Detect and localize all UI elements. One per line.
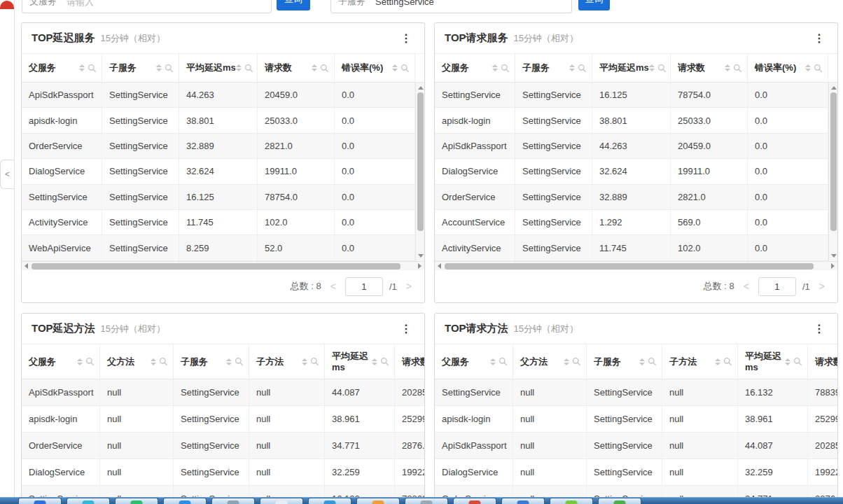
prev-page-button[interactable]: < xyxy=(744,281,749,292)
page-number-input[interactable] xyxy=(758,277,796,296)
search-icon[interactable] xyxy=(723,357,732,366)
sort-carets-icon[interactable] xyxy=(564,358,569,365)
search-icon[interactable] xyxy=(814,64,823,73)
column-header[interactable]: 父服务 xyxy=(22,54,102,82)
sort-carets-icon[interactable] xyxy=(156,64,162,71)
sort-carets-icon[interactable] xyxy=(490,358,496,365)
sort-carets-icon[interactable] xyxy=(785,358,790,365)
taskbar-corner-icon[interactable] xyxy=(0,1,14,9)
scroll-right-arrow-icon[interactable] xyxy=(831,263,835,269)
column-header[interactable]: 父服务 xyxy=(435,54,515,82)
taskbar-button[interactable] xyxy=(356,498,400,504)
search-icon[interactable] xyxy=(501,64,510,73)
taskbar-button[interactable] xyxy=(260,498,303,504)
taskbar-button[interactable] xyxy=(115,498,158,504)
sort-carets-icon[interactable] xyxy=(805,64,811,71)
table-row[interactable]: SettingServiceSettingService16.12578754.… xyxy=(22,185,424,210)
column-header[interactable]: 请求数 xyxy=(395,344,424,379)
search-icon[interactable] xyxy=(657,64,667,73)
kebab-menu-icon[interactable]: ⋮ xyxy=(398,322,414,336)
search-icon[interactable] xyxy=(380,357,389,366)
sort-carets-icon[interactable] xyxy=(77,358,83,365)
sort-carets-icon[interactable] xyxy=(649,64,655,71)
search-icon[interactable] xyxy=(733,64,742,73)
windows-taskbar[interactable] xyxy=(0,497,843,504)
sort-carets-icon[interactable] xyxy=(151,358,156,365)
table-row[interactable]: AccountServiceSettingService1.292569.00.… xyxy=(435,210,837,235)
scroll-up-arrow-icon[interactable] xyxy=(831,86,837,90)
search-icon[interactable] xyxy=(400,64,410,73)
table-row[interactable]: DialogServicenullSettingServicenull32.25… xyxy=(22,459,424,486)
column-header[interactable]: 平均延迟ms xyxy=(592,54,671,82)
table-row[interactable]: ApiSdkPassportSettingService44.26320459.… xyxy=(435,134,837,159)
scroll-down-arrow-icon[interactable] xyxy=(418,254,424,258)
sort-carets-icon[interactable] xyxy=(312,64,317,71)
query-button-child[interactable]: 查询 xyxy=(578,0,610,10)
table-row[interactable]: OrderServiceSettingService32.8892821.00.… xyxy=(435,185,837,210)
scroll-down-arrow-icon[interactable] xyxy=(831,254,837,258)
sort-carets-icon[interactable] xyxy=(302,358,307,365)
search-icon[interactable] xyxy=(165,64,174,73)
sidebar-collapse-button[interactable]: < xyxy=(0,160,15,189)
search-icon[interactable] xyxy=(235,357,244,366)
table-row[interactable]: ActivityServiceSettingService11.745102.0… xyxy=(435,235,837,260)
column-header[interactable]: 错误率(%) xyxy=(335,54,415,82)
column-header[interactable]: 子服务 xyxy=(102,54,179,82)
kebab-menu-icon[interactable]: ⋮ xyxy=(811,322,828,336)
sort-carets-icon[interactable] xyxy=(715,358,720,365)
sort-carets-icon[interactable] xyxy=(492,64,498,71)
column-header[interactable]: 错误率(%) xyxy=(748,54,828,82)
search-icon[interactable] xyxy=(159,357,168,366)
taskbar-button[interactable] xyxy=(163,498,207,504)
scroll-right-arrow-icon[interactable] xyxy=(418,263,422,269)
column-header[interactable]: 子服务 xyxy=(174,344,249,379)
sort-carets-icon[interactable] xyxy=(236,64,242,71)
sort-carets-icon[interactable] xyxy=(79,64,85,71)
column-header[interactable]: 子方法 xyxy=(662,344,738,379)
column-header[interactable]: 平均延迟ms xyxy=(179,54,258,82)
table-row[interactable]: SettingServicenullSettingServicenull16.1… xyxy=(435,379,837,406)
vertical-scrollbar-thumb[interactable] xyxy=(830,92,837,231)
scroll-left-arrow-icon[interactable] xyxy=(438,263,441,269)
search-icon[interactable] xyxy=(648,357,657,366)
column-header[interactable]: 父服务 xyxy=(22,344,100,379)
column-header[interactable]: 平均延迟ms xyxy=(325,344,395,379)
column-header[interactable]: 请求数 xyxy=(808,344,837,379)
vertical-scrollbar[interactable] xyxy=(415,83,424,261)
scroll-up-arrow-icon[interactable] xyxy=(418,86,424,90)
taskbar-button[interactable] xyxy=(211,498,255,504)
table-row[interactable]: OrderServiceSettingService32.8892821.00.… xyxy=(22,134,424,159)
column-header[interactable]: 父服务 xyxy=(435,344,513,379)
taskbar-button[interactable] xyxy=(598,498,641,504)
search-icon[interactable] xyxy=(578,64,587,73)
taskbar-button[interactable] xyxy=(308,498,351,504)
scroll-left-arrow-icon[interactable] xyxy=(25,263,28,269)
taskbar-button[interactable] xyxy=(405,498,448,504)
table-row[interactable]: OrderServicenullSettingServicenull34.771… xyxy=(22,433,424,459)
taskbar-button[interactable] xyxy=(67,498,110,504)
sort-carets-icon[interactable] xyxy=(725,64,730,71)
table-row[interactable]: apisdk-loginnullSettingServicenull38.961… xyxy=(22,406,424,433)
table-row[interactable]: ApiSdkPassportSettingService44.26320459.… xyxy=(22,83,424,108)
table-row[interactable]: apisdk-loginSettingService38.80125033.00… xyxy=(435,108,837,133)
search-icon[interactable] xyxy=(310,357,319,366)
page-number-input[interactable] xyxy=(345,277,383,296)
taskbar-button[interactable] xyxy=(550,498,593,504)
query-button-parent[interactable]: 查询 xyxy=(277,0,310,10)
taskbar-button[interactable] xyxy=(501,498,545,504)
table-row[interactable]: DialogServicenullSettingServicenull32.25… xyxy=(435,459,837,486)
search-icon[interactable] xyxy=(793,357,802,366)
sort-carets-icon[interactable] xyxy=(639,358,645,365)
table-row[interactable]: SettingServiceSettingService16.12578754.… xyxy=(435,83,837,108)
table-row[interactable]: ApiSdkPassportnullSettingServicenull44.0… xyxy=(22,379,424,406)
table-row[interactable]: ActivityServiceSettingService11.745102.0… xyxy=(22,210,424,235)
sort-carets-icon[interactable] xyxy=(569,64,575,71)
search-icon[interactable] xyxy=(244,64,253,73)
vertical-scrollbar-thumb[interactable] xyxy=(417,92,424,231)
parent-service-input[interactable] xyxy=(67,0,264,7)
next-page-button[interactable]: > xyxy=(406,281,412,292)
column-header[interactable]: 父方法 xyxy=(513,344,587,379)
child-service-input[interactable] xyxy=(375,0,564,7)
kebab-menu-icon[interactable]: ⋮ xyxy=(811,31,828,46)
taskbar-button[interactable] xyxy=(453,498,496,504)
